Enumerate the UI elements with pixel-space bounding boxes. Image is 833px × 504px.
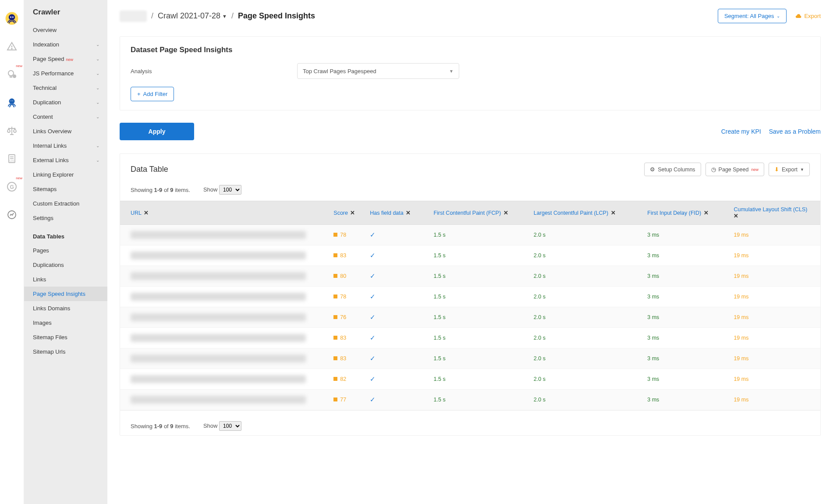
sidebar-item-content[interactable]: Content⌄ [24,110,107,124]
save-problem-link[interactable]: Save as a Problem [769,128,821,135]
svg-point-9 [11,100,12,102]
showing-text: Showing 1-9 of 9 items. [131,423,190,429]
sidebar-item-sitemap-urls[interactable]: Sitemap Urls [24,344,107,359]
col-close-icon[interactable]: ✕ [702,210,708,216]
col-close-icon[interactable]: ✕ [142,210,149,216]
apply-button[interactable]: Apply [120,123,194,140]
col-first-input-delay-fid-[interactable]: First Input Delay (FID) ✕ [643,201,729,225]
export-button[interactable]: ⬇ Export ▼ [769,163,810,176]
dataset-title: Dataset Page Speed Insights [131,46,810,54]
page-size-select[interactable]: 100 [219,421,241,431]
col-score[interactable]: Score ✕ [329,201,365,225]
analysis-select[interactable]: Top Crawl Pages Pagespeed ▼ [297,63,459,79]
analysis-row: Analysis Top Crawl Pages Pagespeed ▼ [131,63,810,79]
chevron-down-icon: ▼ [222,14,227,19]
new-badge: new [66,57,74,62]
sidebar-item-custom-extraction[interactable]: Custom Extraction [24,196,107,211]
cell-url[interactable] [120,307,329,328]
chevron-down-icon: ⌄ [96,158,99,163]
cell-fid: 3 ms [643,390,729,410]
sidebar-item-sitemap-files[interactable]: Sitemap Files [24,330,107,344]
sidebar-item-internal-links[interactable]: Internal Links⌄ [24,138,107,153]
bulb-icon[interactable]: new [4,67,20,82]
sidebar-item-page-speed-insights[interactable]: Page Speed Insights [24,287,107,301]
col-label: Has field data [370,210,403,216]
cell-url[interactable] [120,369,329,390]
sidebar-item-page-speed[interactable]: Page Speednew⌄ [24,52,107,66]
cell-url[interactable] [120,348,329,369]
sidebar-item-images[interactable]: Images [24,316,107,330]
col-close-icon[interactable]: ✕ [349,210,355,216]
cell-has-field-data: ✓ [365,369,429,390]
show-control: Show 100 [203,185,241,195]
col-label: URL [131,210,142,216]
url-blurred [131,396,306,404]
sidebar-item-sitemaps[interactable]: Sitemaps [24,182,107,196]
google-icon[interactable]: new G [4,179,20,195]
cell-url[interactable] [120,390,329,410]
col-close-icon[interactable]: ✕ [502,210,508,216]
cell-url[interactable] [120,245,329,266]
cell-url[interactable] [120,328,329,348]
sidebar-item-label: Duplication [33,99,61,106]
score-indicator-icon [333,295,337,298]
cell-url[interactable] [120,225,329,245]
col-close-icon[interactable]: ✕ [609,210,615,216]
col-cumulative-layout-shift-cls-[interactable]: Cumulative Layout Shift (CLS) ✕ [729,201,820,225]
setup-columns-button[interactable]: ⚙ Setup Columns [644,163,701,176]
scale-icon[interactable] [4,123,20,138]
sidebar-item-links-domains[interactable]: Links Domains [24,301,107,316]
url-blurred [131,334,306,342]
sidebar-item-settings[interactable]: Settings [24,211,107,225]
sidebar-item-linking-explorer[interactable]: Linking Explorer [24,167,107,182]
cell-has-field-data: ✓ [365,307,429,328]
col-has-field-data[interactable]: Has field data ✕ [365,201,429,225]
sidebar-item-overview[interactable]: Overview [24,23,107,37]
cell-fcp: 1.5 s [429,369,529,390]
cell-fid: 3 ms [643,266,729,287]
page-size-select[interactable]: 100 [219,185,241,195]
sidebar-item-label: Images [33,319,52,326]
sidebar-item-indexation[interactable]: Indexation⌄ [24,37,107,52]
data-table: URL ✕Score ✕Has field data ✕First Conten… [120,201,820,410]
add-filter-button[interactable]: + Add Filter [131,87,174,101]
col-url[interactable]: URL ✕ [120,201,329,225]
score-value: 80 [340,273,346,279]
export-link[interactable]: Export [795,13,821,19]
page-speed-button[interactable]: ◷ Page Speed new [705,163,764,176]
crawl-dropdown[interactable]: Crawl 2021-07-28 ▼ [158,11,227,21]
sidebar-item-technical[interactable]: Technical⌄ [24,81,107,95]
create-kpi-link[interactable]: Create my KPI [721,128,761,135]
segment-button[interactable]: Segment: All Pages ⌄ [718,9,787,23]
cell-url[interactable] [120,266,329,287]
sidebar-item-external-links[interactable]: External Links⌄ [24,153,107,167]
logo-icon[interactable] [4,11,20,26]
sidebar-item-duplications[interactable]: Duplications [24,258,107,272]
sidebar-item-links-overview[interactable]: Links Overview [24,124,107,138]
col-close-icon[interactable]: ✕ [734,213,738,219]
main-content: / Crawl 2021-07-28 ▼ / Page Speed Insigh… [107,0,833,504]
svg-point-3 [12,17,14,18]
new-badge: new [16,64,22,68]
table-row: 78✓1.5 s2.0 s3 ms19 ms [120,287,820,307]
octopus-icon[interactable] [4,95,20,110]
breadcrumb-row: / Crawl 2021-07-28 ▼ / Page Speed Insigh… [120,9,821,23]
sidebar-item-pages[interactable]: Pages [24,243,107,258]
score-value: 77 [340,397,346,403]
project-chip[interactable] [120,11,147,22]
col-close-icon[interactable]: ✕ [404,210,411,216]
cell-cls: 19 ms [729,369,820,390]
sidebar-item-label: Indexation [33,41,59,48]
breadcrumb: / Crawl 2021-07-28 ▼ / Page Speed Insigh… [120,11,315,22]
sidebar-item-js-performance[interactable]: JS Performance⌄ [24,66,107,81]
cell-fcp: 1.5 s [429,307,529,328]
analysis-icon[interactable] [4,207,20,223]
cell-url[interactable] [120,287,329,307]
warning-icon[interactable] [4,39,20,54]
col-largest-contentful-paint-lcp-[interactable]: Largest Contentful Paint (LCP) ✕ [529,201,643,225]
sidebar-item-duplication[interactable]: Duplication⌄ [24,95,107,110]
cell-fcp: 1.5 s [429,390,529,410]
sidebar-item-links[interactable]: Links [24,272,107,287]
doc-icon[interactable]: LOG [4,151,20,167]
col-first-contentful-paint-fcp-[interactable]: First Contentful Paint (FCP) ✕ [429,201,529,225]
